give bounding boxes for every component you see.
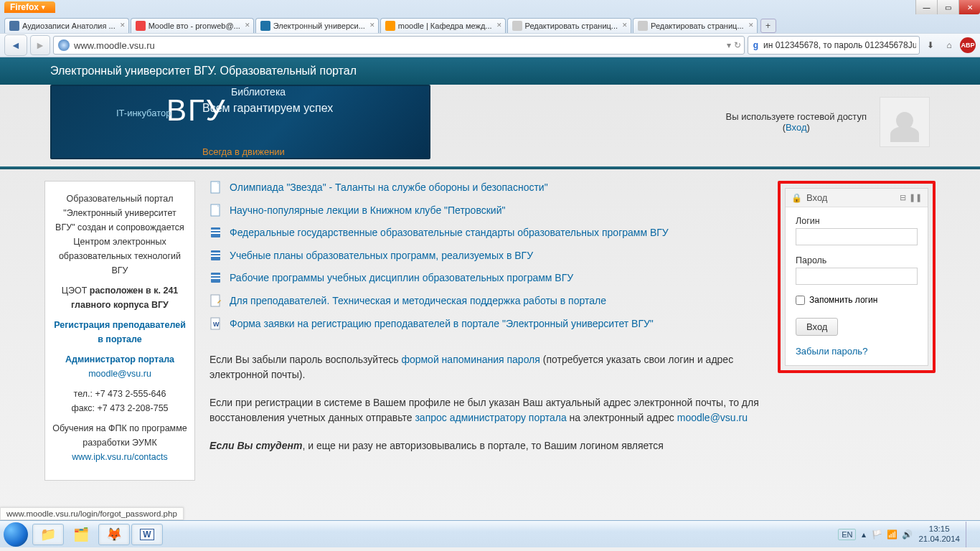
lang-indicator[interactable]: EN <box>838 529 856 540</box>
favicon-icon <box>512 21 522 31</box>
password-input[interactable] <box>796 268 918 285</box>
favicon-icon <box>385 21 395 31</box>
start-button[interactable] <box>0 521 32 548</box>
volume-icon[interactable]: 🔊 <box>902 529 913 540</box>
page-icon <box>209 181 222 195</box>
main-link-4[interactable]: Рабочие программы учебных дисциплин обра… <box>230 271 573 286</box>
downloads-icon[interactable]: ⬇ <box>923 37 938 53</box>
block-minimize-icon[interactable]: ⊟ <box>900 193 906 202</box>
main-link-1[interactable]: Научно-популярные лекции в Книжном клубе… <box>230 204 505 218</box>
forgot-password-link[interactable]: Забыли пароль? <box>796 346 867 357</box>
window-close-button[interactable]: ✕ <box>958 0 980 14</box>
banner-image: Библиотека Всем гарантируем успех ВГУ Вс… <box>50 85 430 159</box>
svg-rect-3 <box>211 230 220 231</box>
main-link-5[interactable]: Для преподавателей. Техническая и методи… <box>230 294 606 309</box>
password-label: Пароль <box>796 255 918 265</box>
main-link-3[interactable]: Учебные планы образовательных программ, … <box>230 249 533 263</box>
login-highlight: 🔒 Вход ⊟❚❚ Логин Пароль Запомнить логин <box>778 181 936 373</box>
tab-close-icon[interactable]: ✕ <box>245 22 250 29</box>
windows-taskbar: 📁 🗂️ 🦊 W EN ▴ 🏳️ 📶 🔊 13:15 21.04.2014 <box>0 520 980 547</box>
login-title: Вход <box>806 192 827 203</box>
home-icon[interactable]: ⌂ <box>941 37 957 53</box>
page-viewport: Электронный университет ВГУ. Образовател… <box>0 57 980 520</box>
book-icon <box>209 271 222 286</box>
login-input[interactable] <box>796 228 918 245</box>
maximize-button[interactable]: ▭ <box>937 0 958 14</box>
tab-4[interactable]: Редактировать страниц...✕ <box>507 18 632 33</box>
favicon-icon <box>260 21 270 31</box>
url-bar[interactable]: ▾↻ <box>53 36 745 55</box>
support-email-link[interactable]: moodle@vsu.ru <box>677 412 748 423</box>
system-tray: EN ▴ 🏳️ 📶 🔊 13:15 21.04.2014 <box>838 522 980 547</box>
tab-close-icon[interactable]: ✕ <box>120 22 126 29</box>
network-icon[interactable]: 📶 <box>887 529 897 540</box>
tab-close-icon[interactable]: ✕ <box>369 22 375 29</box>
book-icon <box>209 249 222 263</box>
main-content: Олимпиада "Звезда" - Таланты на службе о… <box>209 181 763 466</box>
back-button[interactable]: ◄ <box>4 34 27 56</box>
forward-button[interactable]: ► <box>30 35 50 55</box>
svg-rect-6 <box>211 253 220 254</box>
taskbar-word-icon[interactable]: W <box>131 524 163 545</box>
admin-link[interactable]: Администратор портала <box>65 354 174 364</box>
favicon-icon <box>136 21 146 31</box>
minimize-button[interactable]: — <box>915 0 937 14</box>
show-desktop-button[interactable] <box>966 522 974 547</box>
taskbar-explorer-icon[interactable]: 📁 <box>32 524 64 545</box>
svg-rect-4 <box>211 232 220 234</box>
tab-0[interactable]: Аудиозаписи Анатолия ...✕ <box>4 18 129 33</box>
login-label: Логин <box>796 216 918 226</box>
admin-email-link[interactable]: moodle@vsu.ru <box>88 369 151 379</box>
main-link-2[interactable]: Федеральные государственные образователь… <box>230 226 669 240</box>
window-controls: — ▭ ✕ <box>915 0 980 14</box>
firefox-menu-button[interactable]: Firefox <box>4 1 55 13</box>
clock[interactable]: 13:15 21.04.2014 <box>918 524 960 543</box>
fpk-link[interactable]: www.ipk.vsu.ru/contacts <box>72 452 167 462</box>
tab-3[interactable]: moodle | Кафедра межд...✕ <box>380 18 506 33</box>
svg-rect-7 <box>211 255 220 257</box>
svg-rect-9 <box>211 275 220 276</box>
tab-1[interactable]: Moodle вто - pronweb@...✕ <box>131 18 254 33</box>
password-reminder-link[interactable]: формой напоминания пароля <box>401 354 540 365</box>
reload-icon[interactable]: ↻ <box>734 40 741 50</box>
favicon-icon <box>9 21 19 31</box>
user-area: Вы используете гостевой доступ (Вход) <box>726 97 930 147</box>
tab-close-icon[interactable]: ✕ <box>748 22 754 29</box>
lock-icon: 🔒 <box>791 193 802 203</box>
sidebar-info-box: Образовательный портал "Электронный унив… <box>44 181 195 481</box>
main-link-6[interactable]: Форма заявки на регистрацию преподавател… <box>230 317 654 331</box>
login-block: 🔒 Вход ⊟❚❚ Логин Пароль Запомнить логин <box>785 188 928 366</box>
search-bar[interactable]: g <box>748 36 920 55</box>
main-link-0[interactable]: Олимпиада "Звезда" - Таланты на службе о… <box>230 181 548 195</box>
adblock-icon[interactable]: ABP <box>960 37 976 53</box>
url-input[interactable] <box>74 40 727 51</box>
block-dock-icon[interactable]: ❚❚ <box>909 193 922 202</box>
tab-5[interactable]: Редактировать страниц...✕ <box>633 18 758 33</box>
login-submit-button[interactable]: Вход <box>796 318 838 336</box>
browser-chrome: Firefox — ▭ ✕ Аудиозаписи Анатолия ...✕ … <box>0 0 980 57</box>
page-edit-icon <box>209 294 222 309</box>
globe-icon <box>58 39 70 51</box>
google-icon: g <box>751 40 760 50</box>
new-tab-button[interactable]: + <box>760 19 776 33</box>
login-link[interactable]: Вход <box>786 122 806 133</box>
svg-text:W: W <box>213 321 220 328</box>
tab-close-icon[interactable]: ✕ <box>622 22 628 29</box>
taskbar-folder-icon[interactable]: 🗂️ <box>65 524 97 545</box>
favicon-icon <box>638 21 648 31</box>
site-title: Электронный университет ВГУ. Образовател… <box>0 57 980 85</box>
nav-toolbar: ◄ ► ▾↻ g ⬇ ⌂ ABP <box>0 33 980 57</box>
flag-icon[interactable]: 🏳️ <box>872 529 882 540</box>
avatar-placeholder-icon <box>880 97 930 147</box>
taskbar-firefox-icon[interactable]: 🦊 <box>98 524 130 545</box>
dropdown-icon[interactable]: ▾ <box>727 40 731 50</box>
page-icon <box>209 204 222 218</box>
tab-2[interactable]: Электронный универси...✕ <box>255 18 379 33</box>
search-input[interactable] <box>763 40 916 50</box>
remember-checkbox[interactable] <box>796 296 805 305</box>
word-doc-icon: W <box>209 317 222 331</box>
admin-request-link[interactable]: запрос администратору портала <box>415 412 566 423</box>
registration-link[interactable]: Регистрация преподавателей в портале <box>54 320 186 344</box>
tray-chevron-icon[interactable]: ▴ <box>862 529 866 540</box>
tab-close-icon[interactable]: ✕ <box>496 22 502 29</box>
